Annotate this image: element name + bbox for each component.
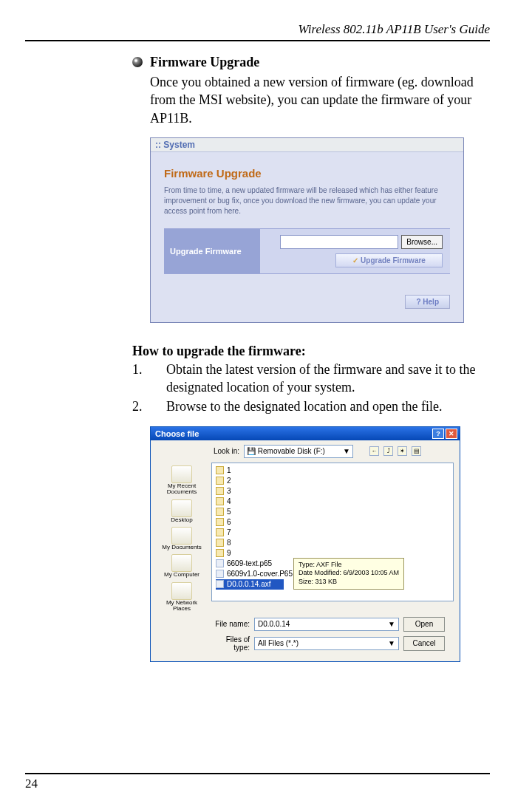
sidebar-item-documents[interactable]: My Documents (162, 527, 201, 550)
help-icon[interactable]: ? (432, 429, 444, 439)
ui1-desc: From time to time, a new updated firmwar… (164, 185, 450, 216)
list-item[interactable]: 9 (216, 548, 449, 559)
list-item[interactable]: 1 (216, 465, 449, 476)
howto-title: How to upgrade the firmware: (132, 344, 490, 359)
page-header: Wireless 802.11b AP11B User's Guide (25, 22, 490, 41)
page-number: 24 (25, 773, 490, 791)
sidebar-item-recent[interactable]: My Recent Documents (157, 465, 207, 496)
folder-icon (216, 497, 224, 505)
folder-icon (216, 466, 224, 474)
list-item[interactable]: 4 (216, 497, 449, 507)
close-icon[interactable]: ✕ (446, 429, 457, 439)
section-intro: Once you obtained a new version of firmw… (150, 73, 490, 127)
ui1-heading: Firmware Upgrade (164, 167, 450, 180)
upgrade-firmware-button[interactable]: ✓Upgrade Firmware (335, 253, 443, 267)
sidebar-item-computer[interactable]: My Computer (164, 554, 199, 578)
view-menu-icon[interactable]: ▤ (412, 446, 421, 456)
step-number: 2. (132, 398, 166, 415)
folder-icon (216, 477, 224, 485)
browse-button[interactable]: Browse... (401, 235, 443, 249)
file-icon (216, 559, 224, 567)
chevron-down-icon: ▼ (388, 620, 395, 628)
step-number: 1. (132, 361, 166, 397)
file-list[interactable]: 1 2 3 4 5 6 7 8 9 6609-text.p65 6609v1.0… (211, 463, 454, 601)
folder-icon (216, 539, 224, 547)
back-icon[interactable]: ← (369, 446, 379, 456)
new-folder-icon[interactable]: ✶ (398, 446, 407, 456)
lookin-label: Look in: (201, 447, 239, 455)
list-item-selected[interactable]: D0.0.0.14.axf (216, 579, 284, 590)
file-tooltip: Type: AXF File Date Modified: 6/9/2003 1… (293, 558, 404, 590)
filetype-label: Files of type: (211, 635, 250, 652)
up-folder-icon[interactable]: ⤴ (383, 446, 393, 456)
chevron-down-icon: ▼ (343, 447, 350, 455)
file-icon (216, 580, 224, 588)
dialog-title: Choose file (155, 429, 199, 438)
list-item[interactable]: 5 (216, 507, 449, 517)
sidebar-item-network[interactable]: My Network Places (157, 582, 207, 613)
folder-icon (216, 508, 224, 516)
upgrade-label: Upgrade Firmware (164, 229, 260, 273)
file-icon (216, 570, 224, 578)
firmware-ui-screenshot: :: System Firmware Upgrade From time to … (150, 137, 464, 323)
places-sidebar: My Recent Documents Desktop My Documents… (157, 463, 207, 613)
folder-icon (216, 487, 224, 495)
folder-icon (216, 549, 224, 557)
list-item[interactable]: 6 (216, 517, 449, 528)
list-item[interactable]: 2 (216, 476, 449, 486)
filename-input[interactable]: D0.0.0.14▼ (254, 618, 399, 631)
help-button[interactable]: ? Help (405, 295, 450, 309)
step-text: Obtain the latest version of the firmwar… (166, 361, 490, 397)
cancel-button[interactable]: Cancel (403, 636, 445, 651)
list-item[interactable]: 3 (216, 486, 449, 497)
list-item[interactable]: 7 (216, 528, 449, 538)
step-text: Browse to the designated location and op… (166, 398, 442, 415)
breadcrumb: :: System (151, 138, 463, 152)
lookin-select[interactable]: 💾 Removable Disk (F:)▼ (244, 445, 353, 458)
choose-file-dialog: Choose file ? ✕ Look in: 💾 Removable Dis… (150, 426, 460, 662)
sidebar-item-desktop[interactable]: Desktop (171, 499, 192, 523)
folder-icon (216, 528, 224, 536)
chevron-down-icon: ▼ (388, 639, 395, 647)
open-button[interactable]: Open (403, 617, 445, 632)
folder-icon (216, 518, 224, 526)
bullet-icon (132, 57, 143, 67)
filetype-select[interactable]: All Files (*.*)▼ (254, 637, 399, 650)
section-title: Firmware Upgrade (150, 55, 259, 70)
file-path-input[interactable] (280, 235, 398, 249)
filename-label: File name: (211, 620, 250, 628)
list-item[interactable]: 8 (216, 538, 449, 548)
check-icon: ✓ (352, 256, 358, 265)
